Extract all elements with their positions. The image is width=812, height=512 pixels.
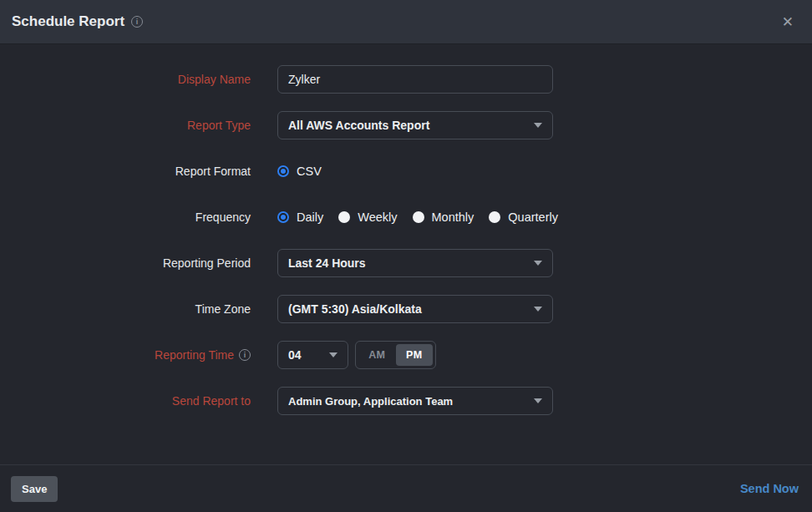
radio-unselected-icon: [338, 211, 350, 223]
report-format-label: Report Format: [0, 165, 251, 178]
hour-dropdown[interactable]: 04: [277, 341, 348, 369]
report-type-label: Report Type: [0, 119, 251, 132]
page-title: Schedule Report i: [12, 13, 143, 30]
report-format-control: CSV: [277, 165, 322, 178]
radio-unselected-icon: [413, 211, 424, 223]
chevron-down-icon: [534, 398, 542, 403]
send-now-link[interactable]: Send Now: [740, 482, 799, 495]
time-zone-dropdown[interactable]: (GMT 5:30) Asia/Kolkata: [277, 295, 553, 323]
modal-footer: Save Send Now: [0, 464, 812, 512]
display-name-field[interactable]: [277, 65, 553, 94]
reporting-time-label-text: Reporting Time: [155, 348, 234, 362]
radio-selected-icon: [277, 211, 289, 223]
radio-option-quarterly[interactable]: Quarterly: [489, 210, 558, 224]
hour-value: 04: [288, 348, 322, 362]
report-type-dropdown[interactable]: All AWS Accounts Report: [277, 111, 553, 139]
chevron-down-icon: [534, 261, 542, 266]
reporting-time-control: 04 AM PM: [277, 341, 436, 369]
time-zone-label: Time Zone: [0, 302, 251, 316]
radio-option-csv[interactable]: CSV: [277, 165, 322, 178]
schedule-report-modal: Schedule Report i ✕ Display Name Report …: [0, 0, 812, 512]
modal-header: Schedule Report i ✕: [0, 0, 812, 44]
close-icon[interactable]: ✕: [779, 12, 797, 33]
form-row-reporting-time: Reporting Time i 04 AM PM: [0, 341, 812, 369]
display-name-label: Display Name: [0, 73, 251, 86]
pm-toggle[interactable]: PM: [396, 344, 434, 366]
radio-option-daily[interactable]: Daily: [277, 210, 323, 224]
radio-option-weekly[interactable]: Weekly: [338, 210, 397, 224]
chevron-down-icon: [534, 123, 542, 128]
frequency-control: Daily Weekly Monthly Quarterly: [277, 210, 558, 224]
frequency-label: Frequency: [0, 210, 251, 224]
reporting-period-label: Reporting Period: [0, 256, 251, 270]
radio-option-label: Quarterly: [508, 210, 558, 224]
modal-title-text: Schedule Report: [12, 13, 124, 30]
time-zone-value: (GMT 5:30) Asia/Kolkata: [288, 302, 527, 316]
chevron-down-icon: [329, 352, 337, 357]
report-type-value: All AWS Accounts Report: [288, 119, 527, 132]
report-type-control: All AWS Accounts Report: [277, 111, 553, 139]
send-report-to-value: Admin Group, Application Team: [288, 395, 527, 408]
form-row-frequency: Frequency Daily Weekly Monthly Quarterly: [0, 203, 812, 231]
info-icon[interactable]: i: [239, 349, 251, 361]
send-report-to-control: Admin Group, Application Team: [277, 387, 553, 415]
save-button[interactable]: Save: [11, 476, 58, 502]
radio-option-monthly[interactable]: Monthly: [413, 210, 475, 224]
form-row-report-format: Report Format CSV: [0, 157, 812, 185]
form-row-reporting-period: Reporting Period Last 24 Hours: [0, 249, 812, 277]
form-row-display-name: Display Name: [0, 65, 812, 94]
meridiem-toggle: AM PM: [355, 341, 436, 369]
send-report-to-dropdown[interactable]: Admin Group, Application Team: [277, 387, 553, 415]
send-report-to-label: Send Report to: [0, 394, 251, 408]
am-toggle[interactable]: AM: [358, 344, 396, 366]
reporting-period-control: Last 24 Hours: [277, 249, 553, 277]
reporting-time-label: Reporting Time i: [0, 348, 251, 362]
form-row-send-report-to: Send Report to Admin Group, Application …: [0, 387, 812, 415]
radio-unselected-icon: [489, 211, 500, 223]
chevron-down-icon: [534, 307, 542, 312]
info-icon[interactable]: i: [131, 16, 143, 28]
radio-selected-icon: [277, 165, 289, 177]
radio-option-label: Monthly: [432, 210, 475, 224]
radio-option-label: CSV: [297, 165, 322, 178]
reporting-period-dropdown[interactable]: Last 24 Hours: [277, 249, 553, 277]
time-zone-control: (GMT 5:30) Asia/Kolkata: [277, 295, 553, 323]
form-row-time-zone: Time Zone (GMT 5:30) Asia/Kolkata: [0, 295, 812, 323]
form-row-report-type: Report Type All AWS Accounts Report: [0, 111, 812, 139]
display-name-control: [277, 65, 553, 94]
modal-body: Display Name Report Type All AWS Account…: [0, 44, 812, 464]
radio-option-label: Daily: [297, 210, 323, 224]
radio-option-label: Weekly: [358, 210, 397, 224]
reporting-period-value: Last 24 Hours: [288, 256, 527, 270]
